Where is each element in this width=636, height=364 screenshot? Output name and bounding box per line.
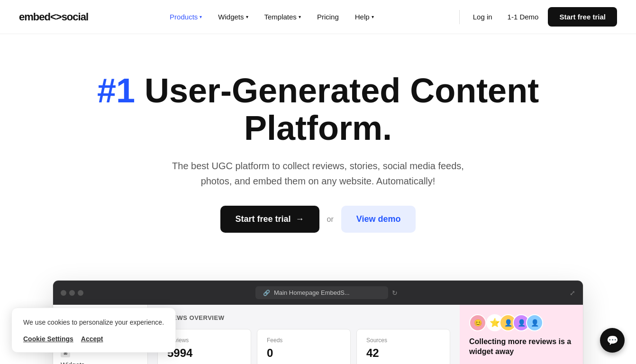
stat-card-feeds: Feeds 0 bbox=[257, 329, 351, 364]
chevron-down-icon: ▾ bbox=[246, 14, 248, 19]
nav-item-templates[interactable]: Templates ▾ bbox=[258, 9, 308, 25]
avatar-1: 😊 bbox=[469, 314, 486, 331]
avatar-4: 👤 bbox=[526, 314, 543, 331]
cookie-banner: We use cookies to personalize your exper… bbox=[11, 308, 176, 353]
browser-address-bar: 🔗 Main Homepage EmbedS... ↻ bbox=[89, 286, 564, 299]
nav-item-help[interactable]: Help ▾ bbox=[348, 9, 381, 25]
stat-label-sources: Sources bbox=[366, 337, 440, 344]
stat-value-feeds: 0 bbox=[267, 346, 341, 360]
nav-item-pricing[interactable]: Pricing bbox=[310, 9, 345, 25]
navbar: embed<>social Products ▾ Widgets ▾ Templ… bbox=[0, 0, 636, 34]
cookie-text: We use cookies to personalize your exper… bbox=[23, 318, 164, 328]
sidebar-item-widgets[interactable]: Widgets bbox=[53, 357, 147, 364]
logo[interactable]: embed<>social bbox=[19, 11, 88, 23]
stat-card-sources: Sources 42 bbox=[356, 329, 450, 364]
hero-title: #1 User-Generated Content Platform. bbox=[19, 72, 617, 147]
browser-dot-yellow bbox=[69, 290, 75, 296]
login-link[interactable]: Log in bbox=[467, 9, 498, 25]
stats-section-title: REVIEWS OVERVIEW bbox=[157, 314, 450, 321]
nav-item-widgets[interactable]: Widgets ▾ bbox=[211, 9, 254, 25]
stats-row: Reviews 5994 Feeds 0 Sources 42 bbox=[157, 329, 450, 364]
hero-section: #1 User-Generated Content Platform. The … bbox=[0, 34, 636, 261]
refresh-icon[interactable]: ↻ bbox=[392, 289, 398, 297]
chevron-down-icon: ▾ bbox=[299, 14, 301, 19]
chevron-down-icon: ▾ bbox=[200, 14, 202, 19]
chevron-down-icon: ▾ bbox=[372, 14, 374, 19]
hero-subtitle: The best UGC platform to collect reviews… bbox=[157, 158, 479, 189]
nav-divider bbox=[459, 10, 460, 24]
hero-cta-button[interactable]: Start free trial → bbox=[220, 206, 319, 233]
stat-value-sources: 42 bbox=[366, 346, 440, 360]
browser-dots bbox=[61, 290, 83, 296]
view-demo-button[interactable]: View demo bbox=[341, 206, 416, 233]
browser-dot-red bbox=[61, 290, 66, 296]
cookie-accept-button[interactable]: Accept bbox=[81, 335, 103, 343]
nav-right: Log in 1-1 Demo Start free trial bbox=[455, 7, 617, 27]
expand-icon[interactable]: ⤢ bbox=[570, 289, 575, 297]
or-separator: or bbox=[327, 215, 334, 224]
chat-button[interactable]: 💬 bbox=[600, 328, 625, 353]
stat-label-reviews: Reviews bbox=[167, 337, 241, 344]
cookie-buttons: Cookie Settings Accept bbox=[23, 335, 164, 343]
address-input[interactable]: 🔗 Main Homepage EmbedS... bbox=[255, 286, 388, 299]
link-icon: 🔗 bbox=[263, 290, 270, 296]
promo-title: Collecting more reviews is a widget away bbox=[469, 337, 573, 357]
stat-label-feeds: Feeds bbox=[267, 337, 341, 344]
nav-center: Products ▾ Widgets ▾ Templates ▾ Pricing… bbox=[163, 9, 380, 25]
nav-cta-button[interactable]: Start free trial bbox=[548, 7, 617, 27]
browser-dot-green bbox=[78, 290, 83, 296]
arrow-icon: → bbox=[296, 214, 304, 224]
cookie-settings-button[interactable]: Cookie Settings bbox=[23, 335, 73, 343]
browser-bar: 🔗 Main Homepage EmbedS... ↻ ⤢ bbox=[53, 281, 583, 305]
promo-avatars: 😊 ⭐ 👤 👤 👤 bbox=[469, 314, 573, 331]
nav-item-products[interactable]: Products ▾ bbox=[163, 9, 209, 25]
promo-card: 😊 ⭐ 👤 👤 👤 Collecting more reviews is a w… bbox=[460, 305, 583, 364]
hero-buttons: Start free trial → or View demo bbox=[19, 206, 617, 233]
app-main-content: REVIEWS OVERVIEW Reviews 5994 Feeds 0 So… bbox=[148, 305, 460, 364]
demo-link[interactable]: 1-1 Demo bbox=[502, 9, 545, 25]
stat-value-reviews: 5994 bbox=[167, 346, 241, 360]
